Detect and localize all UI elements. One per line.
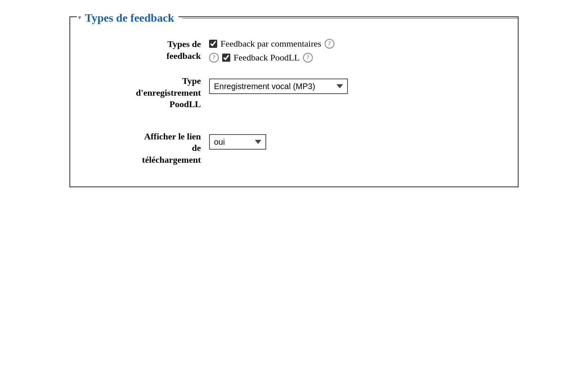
label-type-enregistrement: Typed'enregistrementPoodLL: [70, 75, 209, 110]
help-icon-types-feedback[interactable]: ?: [209, 53, 219, 63]
control-types-feedback: Feedback par commentaires ? ? Feedback P…: [209, 37, 518, 63]
label-feedback-poodll: Feedback PoodLL: [234, 52, 300, 63]
types-feedback-panel: ▼ Types de feedback Types defeedback Fee…: [69, 16, 519, 187]
help-icon-commentaires[interactable]: ?: [325, 39, 334, 49]
panel-header: ▼ Types de feedback: [77, 11, 518, 25]
checkbox-group-feedback: Feedback par commentaires ? ? Feedback P…: [209, 38, 334, 63]
panel-title-wrapper: ▼ Types de feedback: [77, 11, 178, 25]
checkbox-feedback-commentaires[interactable]: [209, 40, 217, 48]
help-icon-poodll[interactable]: ?: [303, 53, 313, 63]
checkbox-feedback-poodll[interactable]: [222, 54, 230, 62]
control-afficher-lien: oui non: [209, 131, 518, 150]
label-types-feedback: Types defeedback: [70, 37, 209, 62]
panel-title: Types de feedback: [85, 11, 174, 25]
form-row-afficher-lien: Afficher le liendetéléchargement oui non: [70, 127, 518, 170]
control-type-enregistrement: Enregistrement vocal (MP3) Vidéo Dessin: [209, 75, 518, 94]
label-afficher-lien: Afficher le liendetéléchargement: [70, 131, 209, 166]
form-row-types-feedback: Types defeedback Feedback par commentair…: [70, 33, 518, 67]
select-type-enregistrement[interactable]: Enregistrement vocal (MP3) Vidéo Dessin: [209, 79, 348, 94]
header-divider: [183, 18, 518, 18]
checkbox-row-commentaires: Feedback par commentaires ?: [209, 38, 334, 49]
label-feedback-commentaires: Feedback par commentaires: [220, 38, 321, 49]
select-afficher-lien[interactable]: oui non: [209, 134, 266, 150]
collapse-arrow-icon[interactable]: ▼: [77, 15, 82, 21]
form-row-type-enregistrement: Typed'enregistrementPoodLL Enregistremen…: [70, 71, 518, 114]
checkbox-row-poodll: ? Feedback PoodLL ?: [209, 52, 334, 63]
